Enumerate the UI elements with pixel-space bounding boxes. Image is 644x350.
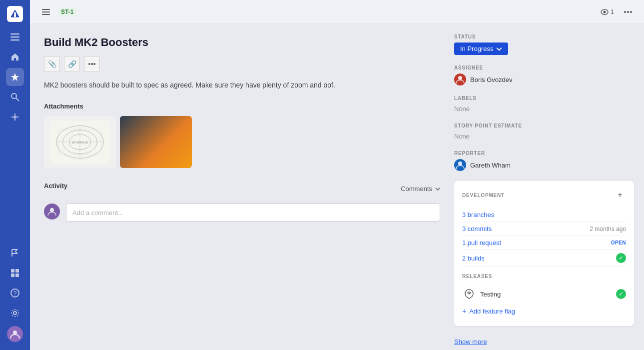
topbar-more-button[interactable] <box>620 4 636 20</box>
reporter-section: REPORTER Gareth Wham <box>454 150 634 171</box>
issue-description: MK2 boosters should be built to spec as … <box>44 80 440 90</box>
reporter-label: REPORTER <box>454 150 634 156</box>
svg-point-6 <box>11 94 16 98</box>
activity-header: Activity Comments <box>44 182 440 196</box>
show-more-link[interactable]: Show more <box>454 334 634 350</box>
svg-point-38 <box>458 76 462 80</box>
content-area: Build MK2 Boosters 📎 🔗 MK2 boosters shou… <box>30 24 644 350</box>
more-button[interactable] <box>84 56 100 72</box>
svg-rect-5 <box>10 40 19 40</box>
svg-point-28 <box>93 63 95 65</box>
svg-point-24 <box>627 11 629 13</box>
svg-rect-19 <box>42 12 50 12</box>
pull-request-link[interactable]: 1 pull request <box>462 239 501 246</box>
svg-point-25 <box>630 11 632 13</box>
svg-rect-18 <box>42 9 50 10</box>
topbar-menu-button[interactable] <box>38 4 54 20</box>
ticket-id-badge: ST-1 <box>58 8 76 16</box>
attachment-button[interactable]: 📎 <box>44 56 60 72</box>
watchers-count: 1 <box>601 8 614 16</box>
reporter-row: Gareth Wham <box>454 159 634 171</box>
svg-rect-3 <box>10 34 19 34</box>
development-card: DEVELOPMENT + 3 branches 3 commits 2 mon… <box>454 181 634 326</box>
svg-rect-10 <box>11 269 14 272</box>
labels-section: LABELS None <box>454 96 634 113</box>
release-left: Testing <box>462 287 501 301</box>
activity-filter[interactable]: Comments <box>401 185 440 192</box>
svg-point-37 <box>50 208 54 212</box>
pull-request-badge: OPEN <box>611 240 626 246</box>
development-card-header: DEVELOPMENT + <box>462 189 626 201</box>
builds-check: ✓ <box>616 253 626 263</box>
assignee-name: Boris Gvozdev <box>470 76 513 84</box>
svg-point-39 <box>458 162 462 166</box>
release-row: Testing ✓ <box>462 284 626 304</box>
status-section: STATUS In Progress <box>454 34 634 55</box>
breadcrumb: ST-1 <box>58 8 76 16</box>
svg-point-40 <box>469 293 470 294</box>
branches-link[interactable]: 3 branches <box>462 211 494 218</box>
svg-point-22 <box>603 10 606 13</box>
sidebar: ? <box>0 0 30 350</box>
comment-row: Add a comment... <box>44 204 440 222</box>
svg-text:ENTERPRISE: ENTERPRISE <box>72 141 88 144</box>
right-panel: STATUS In Progress ASSIGNEE Boris Gvozde… <box>454 24 644 350</box>
reporter-avatar <box>454 159 466 171</box>
svg-rect-20 <box>42 14 50 15</box>
svg-point-2 <box>14 12 16 14</box>
add-feature-flag-row[interactable]: + Add feature flag <box>462 304 626 318</box>
story-points-value: None <box>454 132 470 140</box>
svg-rect-12 <box>11 274 14 277</box>
app-logo <box>7 6 23 22</box>
attachment-blueprint[interactable]: ENTERPRISE <box>44 116 116 168</box>
builds-link[interactable]: 2 builds <box>462 254 485 262</box>
story-points-label: STORY POINT ESTIMATE <box>454 123 634 128</box>
attachment-photo[interactable] <box>120 116 192 168</box>
branches-item: 3 branches <box>462 208 626 222</box>
activity-section: Activity Comments Add a comment... <box>44 182 440 222</box>
search-icon[interactable] <box>6 88 24 106</box>
labels-label: LABELS <box>454 96 634 101</box>
add-icon[interactable] <box>6 108 24 126</box>
topbar-right: 1 <box>601 4 636 20</box>
menu-icon[interactable] <box>6 28 24 46</box>
svg-point-17 <box>13 330 17 334</box>
svg-rect-1 <box>14 14 16 17</box>
commits-meta: 2 months ago <box>590 226 626 232</box>
add-flag-label: Add feature flag <box>469 308 515 315</box>
svg-text:?: ? <box>13 290 17 297</box>
grid-icon[interactable] <box>6 264 24 282</box>
release-check: ✓ <box>616 289 626 299</box>
attachments-grid: ENTERPRISE <box>44 116 440 168</box>
activity-label: Activity <box>44 182 67 190</box>
pull-request-item: 1 pull request OPEN <box>462 236 626 250</box>
builds-item: 2 builds ✓ <box>462 250 626 266</box>
release-name: Testing <box>480 290 501 298</box>
status-label: STATUS <box>454 34 634 40</box>
development-add-button[interactable]: + <box>614 189 626 201</box>
user-avatar[interactable] <box>7 326 23 342</box>
release-icon <box>462 287 476 301</box>
comment-input[interactable]: Add a comment... <box>66 204 440 222</box>
svg-rect-11 <box>15 269 19 272</box>
story-points-section: STORY POINT ESTIMATE None <box>454 123 634 140</box>
settings-icon[interactable] <box>6 304 24 322</box>
reporter-name: Gareth Wham <box>470 162 511 169</box>
star-icon[interactable] <box>6 68 24 86</box>
svg-point-23 <box>624 11 626 13</box>
home-icon[interactable] <box>6 48 24 66</box>
svg-point-16 <box>13 312 16 314</box>
status-badge[interactable]: In Progress <box>454 42 508 55</box>
link-button[interactable]: 🔗 <box>64 56 80 72</box>
help-icon[interactable]: ? <box>6 284 24 302</box>
commits-link[interactable]: 3 commits <box>462 225 492 232</box>
toolbar: 📎 🔗 <box>44 56 440 72</box>
svg-point-26 <box>88 63 90 65</box>
assignee-row: Boris Gvozdev <box>454 74 634 86</box>
assignee-section: ASSIGNEE Boris Gvozdev <box>454 65 634 86</box>
releases-label: RELEASES <box>462 274 626 279</box>
flag-icon[interactable] <box>6 244 24 262</box>
main-area: ST-1 1 Build MK2 Boosters 📎 🔗 MK2 bo <box>30 0 644 350</box>
commits-item: 3 commits 2 months ago <box>462 222 626 236</box>
left-panel: Build MK2 Boosters 📎 🔗 MK2 boosters shou… <box>30 24 454 350</box>
